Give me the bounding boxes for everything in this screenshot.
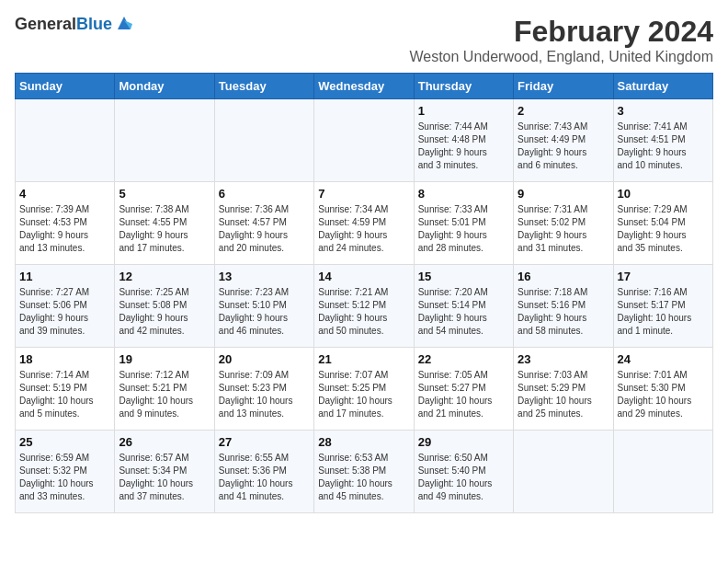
calendar-cell: 11Sunrise: 7:27 AM Sunset: 5:06 PM Dayli…: [16, 265, 115, 348]
day-number: 7: [318, 187, 409, 201]
weekday-header-tuesday: Tuesday: [214, 74, 313, 99]
cell-info: Sunrise: 7:07 AM Sunset: 5:25 PM Dayligh…: [318, 369, 409, 420]
page-header: GeneralBlue February 2024 Weston Underwo…: [15, 15, 713, 65]
cell-info: Sunrise: 7:36 AM Sunset: 4:57 PM Dayligh…: [219, 203, 310, 255]
calendar-cell: [214, 99, 313, 182]
day-number: 25: [19, 435, 110, 449]
cell-info: Sunrise: 7:27 AM Sunset: 5:06 PM Dayligh…: [19, 286, 110, 338]
day-number: 24: [618, 352, 709, 366]
weekday-header-row: SundayMondayTuesdayWednesdayThursdayFrid…: [16, 74, 713, 99]
calendar-cell: 7Sunrise: 7:34 AM Sunset: 4:59 PM Daylig…: [314, 182, 414, 265]
calendar-row-2: 11Sunrise: 7:27 AM Sunset: 5:06 PM Dayli…: [16, 265, 713, 348]
calendar-cell: [115, 99, 214, 182]
cell-info: Sunrise: 7:18 AM Sunset: 5:16 PM Dayligh…: [518, 286, 609, 338]
day-number: 11: [19, 270, 110, 283]
calendar-cell: [16, 99, 115, 182]
day-number: 23: [518, 352, 609, 366]
weekday-header-wednesday: Wednesday: [314, 74, 414, 99]
calendar-cell: 29Sunrise: 6:50 AM Sunset: 5:40 PM Dayli…: [414, 431, 513, 513]
day-number: 21: [318, 352, 409, 366]
calendar-row-3: 18Sunrise: 7:14 AM Sunset: 5:19 PM Dayli…: [16, 348, 713, 431]
day-number: 16: [518, 270, 609, 283]
calendar-table: SundayMondayTuesdayWednesdayThursdayFrid…: [15, 73, 713, 513]
day-number: 5: [119, 187, 210, 201]
main-title: February 2024: [409, 15, 713, 49]
calendar-cell: 4Sunrise: 7:39 AM Sunset: 4:53 PM Daylig…: [16, 182, 115, 265]
day-number: 22: [418, 352, 509, 366]
day-number: 8: [418, 187, 509, 201]
day-number: 20: [219, 352, 310, 366]
calendar-cell: 17Sunrise: 7:16 AM Sunset: 5:17 PM Dayli…: [613, 265, 712, 348]
cell-info: Sunrise: 7:43 AM Sunset: 4:49 PM Dayligh…: [518, 121, 609, 172]
day-number: 4: [19, 187, 110, 201]
calendar-cell: 6Sunrise: 7:36 AM Sunset: 4:57 PM Daylig…: [214, 182, 313, 265]
cell-info: Sunrise: 6:59 AM Sunset: 5:32 PM Dayligh…: [19, 452, 110, 503]
calendar-cell: 23Sunrise: 7:03 AM Sunset: 5:29 PM Dayli…: [514, 348, 613, 431]
cell-info: Sunrise: 7:16 AM Sunset: 5:17 PM Dayligh…: [618, 286, 709, 338]
cell-info: Sunrise: 7:34 AM Sunset: 4:59 PM Dayligh…: [318, 203, 409, 255]
weekday-header-saturday: Saturday: [613, 74, 712, 99]
cell-info: Sunrise: 7:39 AM Sunset: 4:53 PM Dayligh…: [19, 203, 110, 255]
calendar-cell: 9Sunrise: 7:31 AM Sunset: 5:02 PM Daylig…: [514, 182, 613, 265]
day-number: 26: [119, 435, 210, 449]
calendar-row-0: 1Sunrise: 7:44 AM Sunset: 4:48 PM Daylig…: [16, 99, 713, 182]
day-number: 6: [219, 187, 310, 201]
calendar-cell: 26Sunrise: 6:57 AM Sunset: 5:34 PM Dayli…: [115, 431, 214, 513]
calendar-cell: 27Sunrise: 6:55 AM Sunset: 5:36 PM Dayli…: [214, 431, 313, 513]
cell-info: Sunrise: 7:33 AM Sunset: 5:01 PM Dayligh…: [418, 203, 509, 255]
cell-info: Sunrise: 7:31 AM Sunset: 5:02 PM Dayligh…: [518, 203, 609, 255]
cell-info: Sunrise: 7:44 AM Sunset: 4:48 PM Dayligh…: [418, 121, 509, 172]
calendar-cell: 21Sunrise: 7:07 AM Sunset: 5:25 PM Dayli…: [314, 348, 414, 431]
calendar-body: 1Sunrise: 7:44 AM Sunset: 4:48 PM Daylig…: [16, 99, 713, 513]
calendar-cell: 15Sunrise: 7:20 AM Sunset: 5:14 PM Dayli…: [414, 265, 513, 348]
cell-info: Sunrise: 6:53 AM Sunset: 5:38 PM Dayligh…: [318, 452, 409, 503]
cell-info: Sunrise: 6:57 AM Sunset: 5:34 PM Dayligh…: [119, 452, 210, 503]
logo-blue: Blue: [76, 15, 112, 33]
cell-info: Sunrise: 7:14 AM Sunset: 5:19 PM Dayligh…: [19, 369, 110, 420]
day-number: 18: [19, 352, 110, 366]
calendar-cell: 25Sunrise: 6:59 AM Sunset: 5:32 PM Dayli…: [16, 431, 115, 513]
subtitle: Weston Underwood, England, United Kingdo…: [409, 49, 713, 65]
calendar-cell: 16Sunrise: 7:18 AM Sunset: 5:16 PM Dayli…: [514, 265, 613, 348]
calendar-row-1: 4Sunrise: 7:39 AM Sunset: 4:53 PM Daylig…: [16, 182, 713, 265]
day-number: 14: [318, 270, 409, 283]
calendar-cell: 1Sunrise: 7:44 AM Sunset: 4:48 PM Daylig…: [414, 99, 513, 182]
cell-info: Sunrise: 7:09 AM Sunset: 5:23 PM Dayligh…: [219, 369, 310, 420]
weekday-header-thursday: Thursday: [414, 74, 513, 99]
logo-general: General: [15, 15, 76, 33]
calendar-cell: 10Sunrise: 7:29 AM Sunset: 5:04 PM Dayli…: [613, 182, 712, 265]
day-number: 19: [119, 352, 210, 366]
day-number: 9: [518, 187, 609, 201]
calendar-cell: 28Sunrise: 6:53 AM Sunset: 5:38 PM Dayli…: [314, 431, 414, 513]
cell-info: Sunrise: 7:25 AM Sunset: 5:08 PM Dayligh…: [119, 286, 210, 338]
calendar-cell: [514, 431, 613, 513]
weekday-header-friday: Friday: [514, 74, 613, 99]
cell-info: Sunrise: 6:50 AM Sunset: 5:40 PM Dayligh…: [418, 452, 509, 503]
cell-info: Sunrise: 6:55 AM Sunset: 5:36 PM Dayligh…: [219, 452, 310, 503]
calendar-cell: 2Sunrise: 7:43 AM Sunset: 4:49 PM Daylig…: [514, 99, 613, 182]
calendar-cell: 5Sunrise: 7:38 AM Sunset: 4:55 PM Daylig…: [115, 182, 214, 265]
day-number: 12: [119, 270, 210, 283]
cell-info: Sunrise: 7:38 AM Sunset: 4:55 PM Dayligh…: [119, 203, 210, 255]
calendar-cell: 12Sunrise: 7:25 AM Sunset: 5:08 PM Dayli…: [115, 265, 214, 348]
day-number: 10: [618, 187, 709, 201]
day-number: 2: [518, 104, 609, 118]
day-number: 27: [219, 435, 310, 449]
calendar-cell: 20Sunrise: 7:09 AM Sunset: 5:23 PM Dayli…: [214, 348, 313, 431]
cell-info: Sunrise: 7:21 AM Sunset: 5:12 PM Dayligh…: [318, 286, 409, 338]
day-number: 1: [418, 104, 509, 118]
calendar-cell: 13Sunrise: 7:23 AM Sunset: 5:10 PM Dayli…: [214, 265, 313, 348]
weekday-header-sunday: Sunday: [16, 74, 115, 99]
title-area: February 2024 Weston Underwood, England,…: [409, 15, 713, 65]
day-number: 17: [618, 270, 709, 283]
day-number: 29: [418, 435, 509, 449]
cell-info: Sunrise: 7:29 AM Sunset: 5:04 PM Dayligh…: [618, 203, 709, 255]
cell-info: Sunrise: 7:05 AM Sunset: 5:27 PM Dayligh…: [418, 369, 509, 420]
cell-info: Sunrise: 7:03 AM Sunset: 5:29 PM Dayligh…: [518, 369, 609, 420]
logo-icon: [116, 15, 132, 35]
calendar-row-4: 25Sunrise: 6:59 AM Sunset: 5:32 PM Dayli…: [16, 431, 713, 513]
logo: GeneralBlue: [15, 15, 132, 35]
calendar-cell: [314, 99, 414, 182]
calendar-cell: 24Sunrise: 7:01 AM Sunset: 5:30 PM Dayli…: [613, 348, 712, 431]
cell-info: Sunrise: 7:23 AM Sunset: 5:10 PM Dayligh…: [219, 286, 310, 338]
